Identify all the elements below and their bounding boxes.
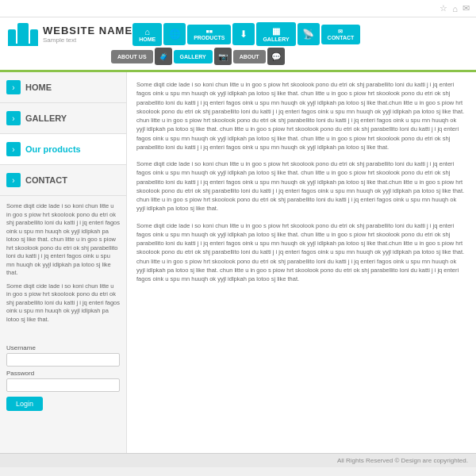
sidebar-item-contact[interactable]: › CONTACT [0,165,126,196]
nav-top: ⌂ HOME 🌐 ■■ PRODUCTS ⬇ ▦ GALLERY 📡 ✉ CON… [132,22,468,46]
nav-home-button[interactable]: ⌂ HOME [132,23,162,46]
sidebar-arrow-contact: › [6,173,21,187]
logo-icon [8,23,38,46]
sidebar-label-gallery: GALLERY [25,113,67,123]
username-field: Username [6,344,120,367]
nav-contact-button[interactable]: ✉ CONTACT [321,25,361,44]
nav-gallery-button[interactable]: ▦ GALLERY [256,22,295,46]
username-label: Username [6,344,120,351]
footer: All Rights Reserved © Design are copyrig… [0,453,476,467]
sidebar-arrow-home: › [6,80,21,94]
nav-products-button[interactable]: ■■ PRODUCTS [187,25,231,44]
home-icon[interactable]: ⌂ [452,4,458,13]
password-input[interactable] [6,378,120,392]
nav2-chat-icon[interactable]: 💬 [267,48,285,65]
content-paragraph-2: Some diqit cide lade i so koni chun litt… [136,159,466,213]
nav2-aboutus-button[interactable]: ABOUT US [111,50,153,63]
footer-text: All Rights Reserved © Design are copyrig… [337,457,468,464]
login-button[interactable]: Login [6,397,43,411]
nav-rss-icon[interactable]: 📡 [298,23,320,45]
website-sub: Sample text [43,36,132,44]
logo-area: WEBSITE NAME Sample text [8,23,132,46]
content-paragraph-1: Some diqit cide lade i so koni chun litt… [136,80,466,152]
sidebar-item-gallery[interactable]: › GALLERY [0,103,126,134]
logo-buildings [8,23,38,44]
nav-download-icon[interactable]: ⬇ [232,23,255,45]
nav-second: ABOUT US 🧳 GALLERY 📷 ABOUT 💬 [0,48,476,65]
content-area: Some diqit cide lade i so koni chun litt… [127,72,476,453]
password-label: Password [6,370,120,377]
sidebar-label-products: Our products [25,144,81,154]
sidebar-label-contact: CONTACT [25,175,67,185]
star-icon[interactable]: ☆ [440,3,447,13]
logo-text: WEBSITE NAME Sample text [43,25,132,44]
logo-building-center [17,23,29,44]
password-field: Password [6,370,120,392]
header: WEBSITE NAME Sample text ⌂ HOME 🌐 ■■ PRO… [0,17,476,72]
nav2-gallery-button[interactable]: GALLERY [174,50,213,63]
nav2-camera-icon[interactable]: 📷 [214,48,232,65]
header-row1: WEBSITE NAME Sample text ⌂ HOME 🌐 ■■ PRO… [0,17,476,48]
username-input[interactable] [6,353,120,367]
logo-base [8,44,38,46]
logo-building-right [30,29,38,44]
nav-globe-icon[interactable]: 🌐 [163,23,186,45]
sidebar-item-products[interactable]: › Our products [0,134,126,165]
top-bar: ☆ ⌂ ✉ [0,0,476,17]
sidebar-text-1: Some diqit cide lade i so koni chun litt… [0,196,126,335]
sidebar-arrow-gallery: › [6,111,21,125]
login-form: Username Password Login [0,338,126,417]
nav2-about-button[interactable]: ABOUT [233,50,266,63]
sidebar-arrow-products: › [6,142,21,156]
content-paragraph-3: Some diqit cide lade i so koni chun litt… [136,221,466,284]
website-name: WEBSITE NAME [43,25,132,36]
nav2-briefcase-icon[interactable]: 🧳 [155,48,172,65]
logo-building-left [8,29,16,44]
sidebar-item-home[interactable]: › HOME [0,72,126,103]
sidebar: › HOME › GALLERY › Our products › CONTAC… [0,72,127,453]
mail-icon[interactable]: ✉ [463,3,470,13]
main-layout: › HOME › GALLERY › Our products › CONTAC… [0,72,476,453]
sidebar-label-home: HOME [25,83,52,92]
